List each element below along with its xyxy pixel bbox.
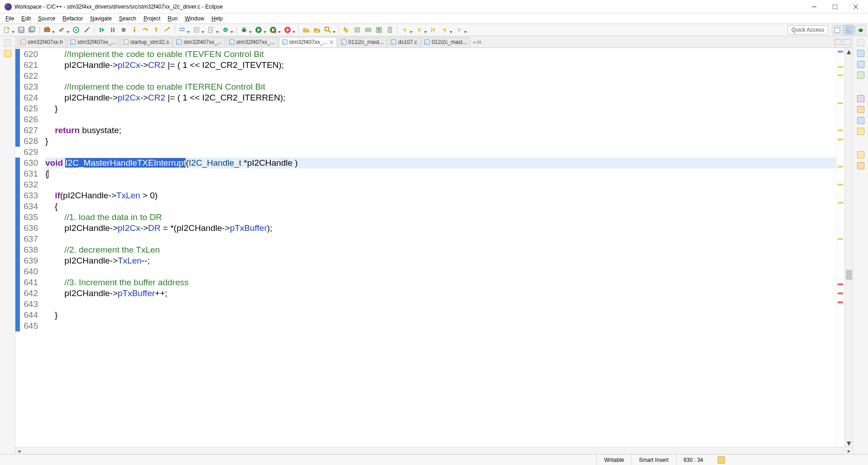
next-edit-button[interactable]: [414, 25, 428, 35]
svg-text:C: C: [225, 28, 227, 32]
svg-text:s: s: [125, 40, 126, 44]
status-writable: Writable: [596, 455, 631, 465]
toggle-breadcrumb-button[interactable]: [385, 25, 395, 35]
editor-tab[interactable]: hstm32f407xx.h: [17, 37, 66, 47]
build-button[interactable]: [42, 25, 56, 35]
menu-file[interactable]: File: [2, 14, 18, 23]
c-perspective-button[interactable]: C: [844, 25, 854, 35]
outline-icon[interactable]: [857, 50, 864, 57]
right-trim: [853, 36, 868, 454]
scroll-down-arrow[interactable]: ▾: [845, 440, 853, 447]
back-button[interactable]: [440, 25, 453, 35]
run-last-button[interactable]: [268, 25, 282, 35]
maximize-button[interactable]: [825, 0, 845, 14]
debug-stop-button[interactable]: [119, 25, 129, 35]
debug-pause-button[interactable]: [108, 25, 118, 35]
console-icon[interactable]: [857, 117, 864, 124]
mark-button[interactable]: [341, 25, 351, 35]
window-title: Workspace - C/C++ - stm32f4xx_drivers/dr…: [14, 4, 223, 10]
svg-rect-10: [44, 29, 50, 32]
instr-step-button[interactable]: [162, 25, 172, 35]
toggle-block-button[interactable]: [363, 25, 373, 35]
menu-search[interactable]: Search: [115, 14, 140, 23]
scroll-thumb[interactable]: [846, 270, 852, 280]
quick-access-field[interactable]: Quick Access: [787, 25, 828, 34]
next-annotation-button[interactable]: [192, 25, 205, 35]
tab-close-icon[interactable]: [329, 40, 334, 44]
editor-tab[interactable]: cstm32f407xx_...: [67, 37, 119, 47]
open-folder-button[interactable]: [312, 25, 322, 35]
code-editor[interactable]: 6206216226236246256266276286296306316326…: [15, 48, 853, 447]
search-view-icon[interactable]: [857, 151, 864, 158]
restore-right-icon[interactable]: [857, 39, 864, 46]
debug-button[interactable]: [239, 25, 253, 35]
forward-button[interactable]: [454, 25, 468, 35]
close-button[interactable]: [845, 0, 866, 14]
new-class-button[interactable]: C: [221, 25, 234, 35]
step-over-button[interactable]: [140, 25, 150, 35]
menu-project[interactable]: Project: [140, 14, 164, 23]
ext-tools-button[interactable]: [283, 25, 296, 35]
overview-ruler[interactable]: [836, 48, 844, 447]
prev-edit-button[interactable]: [400, 25, 413, 35]
menu-source[interactable]: Source: [34, 14, 59, 23]
svg-rect-17: [100, 28, 101, 32]
save-button[interactable]: [16, 25, 26, 35]
status-build-icon[interactable]: [718, 456, 725, 464]
menu-navigate[interactable]: Navigate: [86, 14, 115, 23]
open-perspective-button[interactable]: [832, 25, 843, 35]
toggle-rect-button[interactable]: [352, 25, 362, 35]
last-edit-button[interactable]: [429, 25, 439, 35]
maximize-view-button[interactable]: [844, 39, 851, 45]
open-type-button[interactable]: C: [206, 25, 220, 35]
editor-tab[interactable]: c012i2c_mast...: [421, 37, 470, 47]
scroll-up-arrow[interactable]: ▴: [845, 48, 853, 55]
new-button[interactable]: [2, 25, 15, 35]
wand-button[interactable]: [82, 25, 92, 35]
menu-refactor[interactable]: Refactor: [59, 14, 86, 23]
editor-tab[interactable]: cds107.c: [388, 37, 420, 47]
editor-tab[interactable]: cstm32f407xx_...: [226, 37, 278, 47]
title-bar: Workspace - C/C++ - stm32f4xx_drivers/dr…: [0, 0, 868, 14]
eclipse-icon: [5, 3, 12, 10]
restore-icon[interactable]: [4, 39, 11, 46]
open-project-button[interactable]: [301, 25, 311, 35]
debug-perspective-button[interactable]: [855, 25, 866, 35]
save-all-button[interactable]: [27, 25, 37, 35]
toggle-trace-button[interactable]: [177, 25, 191, 35]
tasks-icon[interactable]: [857, 106, 864, 113]
menu-help[interactable]: Help: [208, 14, 226, 23]
scroll-left-arrow[interactable]: ◂: [15, 447, 23, 455]
problems-icon[interactable]: [857, 95, 864, 102]
editor-tab[interactable]: sstartup_stm32.s: [120, 37, 172, 47]
code-content[interactable]: //Implement the code to enable ITEVFEN C…: [42, 48, 836, 447]
main-area: hstm32f407xx.hcstm32f407xx_...sstartup_s…: [0, 36, 868, 454]
menu-edit[interactable]: Edit: [18, 14, 34, 23]
editor-tab[interactable]: cstm32f407xx_...: [279, 37, 337, 47]
project-explorer-icon[interactable]: [4, 50, 11, 57]
toggle-ws-button[interactable]: ¶: [374, 25, 384, 35]
step-return-button[interactable]: [151, 25, 161, 35]
vertical-scrollbar[interactable]: ▴ ▾: [844, 48, 853, 447]
svg-marker-58: [458, 28, 461, 32]
menu-window[interactable]: Window: [181, 14, 208, 23]
debug-resume-button[interactable]: [97, 25, 107, 35]
menu-run[interactable]: Run: [164, 14, 181, 23]
svg-rect-45: [325, 27, 329, 31]
task-list-icon[interactable]: [857, 61, 864, 68]
tab-label: 012i2c_mast...: [432, 39, 467, 45]
step-into-button[interactable]: [129, 25, 139, 35]
editor-tab[interactable]: cstm32f407xx_...: [173, 37, 225, 47]
call-hierarchy-icon[interactable]: [857, 162, 864, 169]
build-target-button[interactable]: [71, 25, 81, 35]
minimize-button[interactable]: [804, 0, 825, 14]
search-button[interactable]: [323, 25, 336, 35]
build-config-button[interactable]: [57, 25, 70, 35]
horizontal-scrollbar[interactable]: ◂ ▸: [15, 447, 853, 454]
tab-overflow[interactable]: »16: [473, 39, 481, 45]
make-target-icon[interactable]: [857, 72, 864, 79]
run-button[interactable]: [254, 25, 267, 35]
editor-tab[interactable]: c011i2c_mast...: [338, 37, 387, 47]
properties-icon[interactable]: [857, 128, 864, 135]
minimize-view-button[interactable]: [834, 39, 842, 45]
